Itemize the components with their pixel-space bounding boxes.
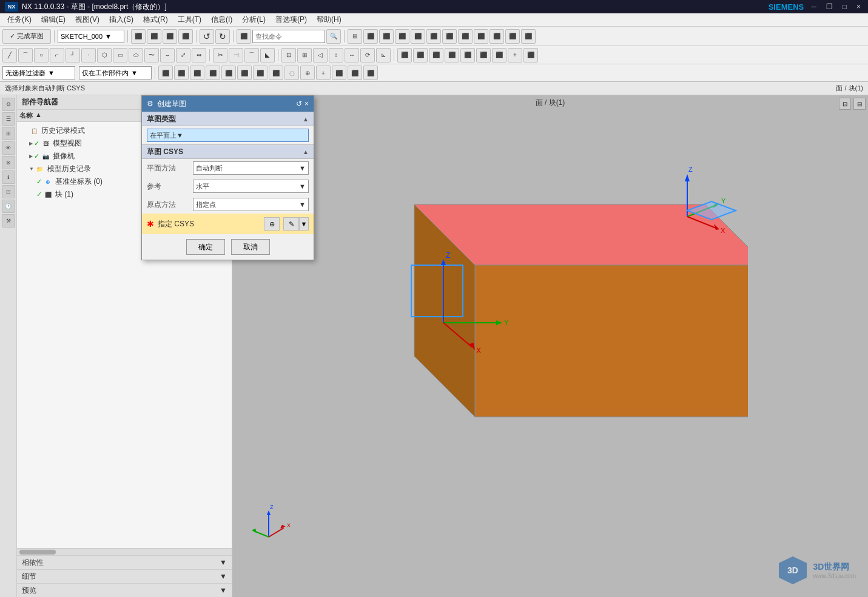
tb-icon13[interactable]: ⬛ (474, 29, 488, 44)
side-icon-view[interactable]: 👁 (2, 141, 15, 155)
tb-icon10[interactable]: ⬛ (426, 29, 441, 44)
trim-btn[interactable]: ✂ (213, 48, 227, 62)
side-icon-nav[interactable]: ☰ (2, 112, 15, 126)
scope-dropdown[interactable]: 仅在工作部件内 ▼ (79, 66, 152, 79)
finish-sketch-btn[interactable]: ✓ 完成草图 (2, 29, 51, 44)
dialog-refresh-btn[interactable]: ↺ (296, 100, 302, 108)
filter-btn6[interactable]: ⬛ (237, 66, 252, 80)
filter-btn9[interactable]: ◌ (284, 66, 299, 80)
side-icon-clock[interactable]: 🕐 (2, 200, 15, 213)
spline-btn[interactable]: 〜 (144, 48, 159, 62)
filter-dropdown[interactable]: 无选择过滤器 ▼ (2, 66, 75, 79)
display-btn[interactable]: ⬛ (429, 48, 443, 62)
menu-help[interactable]: 帮助(H) (312, 13, 346, 26)
constraint1[interactable]: ⊡ (281, 48, 296, 62)
line-btn[interactable]: ╱ (2, 48, 17, 62)
tb-icon8[interactable]: ⬛ (395, 29, 409, 44)
side-icon-user[interactable]: ⚒ (2, 214, 15, 228)
csys-icon-btn2[interactable]: ✎ (283, 217, 299, 231)
plane-dropdown[interactable]: 自动判断 ▼ (193, 161, 309, 175)
tb-icon4[interactable]: ⬛ (178, 29, 193, 44)
point-btn[interactable]: · (81, 48, 96, 62)
side-icon-constraint[interactable]: ⊗ (2, 156, 15, 169)
tb-undo[interactable]: ↺ (200, 29, 214, 44)
dimension4[interactable]: ⟳ (360, 48, 375, 62)
arc-btn[interactable]: ⌒ (18, 48, 33, 62)
tb-icon7[interactable]: ⬛ (379, 29, 394, 44)
dialog-close-btn[interactable]: × (304, 100, 309, 108)
search-input[interactable] (252, 30, 325, 43)
polygon-btn[interactable]: ⬡ (97, 48, 112, 62)
minimize-button[interactable]: ─ (809, 2, 819, 12)
restore-button[interactable]: ❐ (824, 2, 835, 12)
filter-btn7[interactable]: ⬛ (253, 66, 267, 80)
side-icon-history[interactable]: ⊡ (2, 185, 15, 198)
reference-dropdown[interactable]: 水平 ▼ (193, 180, 309, 193)
menu-insert[interactable]: 插入(S) (104, 13, 138, 26)
menu-analysis[interactable]: 分析(L) (237, 13, 271, 26)
tb-icon3[interactable]: ⬛ (163, 29, 177, 44)
filter-btn11[interactable]: + (316, 66, 331, 80)
dimension2[interactable]: ↕ (329, 48, 343, 62)
menu-tasks[interactable]: 任务(K) (2, 13, 36, 26)
mirror-btn[interactable]: ⇔ (192, 48, 206, 62)
nav-panel-dependence-header[interactable]: 相依性 ▼ (17, 556, 232, 569)
csys-icon-btn1[interactable]: ⊕ (264, 217, 280, 231)
viewport[interactable]: 面 / 块(1) ⊡ ⊟ Z Y X (232, 95, 868, 597)
side-icon-settings[interactable]: ⚙ (2, 98, 15, 111)
circle-btn[interactable]: ○ (34, 48, 49, 62)
dialog-ok-btn[interactable]: 确定 (186, 239, 225, 255)
menu-tools[interactable]: 工具(T) (173, 13, 206, 26)
dimension5[interactable]: ⊾ (376, 48, 391, 62)
filter-btn12[interactable]: ⬛ (332, 66, 346, 80)
corner-btn[interactable]: ⌐ (50, 48, 64, 62)
filter-btn5[interactable]: ⬛ (221, 66, 236, 80)
dialog-cancel-btn[interactable]: 取消 (231, 239, 270, 255)
filter-btn4[interactable]: ⬛ (206, 66, 220, 80)
tb-icon2[interactable]: ⬛ (147, 29, 161, 44)
tb-icon9[interactable]: ⬛ (411, 29, 425, 44)
close-button[interactable]: × (854, 2, 863, 12)
fillet-btn[interactable]: ⌒ (244, 48, 259, 62)
menu-view[interactable]: 视图(V) (70, 13, 104, 26)
constraint2[interactable]: ⊞ (297, 48, 312, 62)
menu-info[interactable]: 信息(I) (206, 13, 237, 26)
dimension3[interactable]: ↔ (345, 48, 359, 62)
extend-btn[interactable]: ⊣ (229, 48, 243, 62)
pattern-btn[interactable]: ⬛ (460, 48, 475, 62)
side-icon-info[interactable]: ℹ (2, 170, 15, 184)
auto-con[interactable]: ⬛ (413, 48, 428, 62)
auto-dim[interactable]: ⬛ (397, 48, 412, 62)
csys-arrow-btn[interactable]: ▼ (299, 217, 309, 231)
project-btn[interactable]: ⬛ (476, 48, 491, 62)
search-btn[interactable]: 🔍 (326, 29, 341, 44)
tb-grid[interactable]: ⊞ (348, 29, 362, 44)
filter-btn8[interactable]: ⬛ (269, 66, 283, 80)
menu-preferences[interactable]: 普选项(P) (271, 13, 312, 26)
chamfer-btn[interactable]: ◣ (260, 48, 275, 62)
tb-redo[interactable]: ↻ (215, 29, 230, 44)
menu-edit[interactable]: 编辑(E) (36, 13, 70, 26)
filter-btn13[interactable]: ⬛ (348, 66, 362, 80)
tb-icon11[interactable]: ⬛ (442, 29, 457, 44)
intersect-btn[interactable]: ⬛ (492, 48, 506, 62)
filter-btn1[interactable]: ⬛ (158, 66, 173, 80)
corner2-btn[interactable]: ┘ (66, 48, 80, 62)
sketch-dropdown[interactable]: SKETCH_000 ▼ (58, 30, 124, 43)
convert-btn[interactable]: ⬛ (445, 48, 459, 62)
tb-icon6[interactable]: ⬛ (363, 29, 378, 44)
nav-panel-details-header[interactable]: 细节 ▼ (17, 570, 232, 583)
tb-icon12[interactable]: ⬛ (458, 29, 473, 44)
filter-btn3[interactable]: ⬛ (190, 66, 204, 80)
conic-btn[interactable]: ⌣ (160, 48, 175, 62)
tb-icon1[interactable]: ⬛ (131, 29, 146, 44)
filter-btn10[interactable]: ⊕ (300, 66, 315, 80)
viewport-icon1[interactable]: ⊡ (839, 98, 851, 110)
filter-btn2[interactable]: ⬛ (174, 66, 189, 80)
tb-icon16[interactable]: ⬛ (521, 29, 536, 44)
sketch-type-dropdown[interactable]: 在平面上 ▼ (147, 129, 309, 142)
tb-icon15[interactable]: ⬛ (505, 29, 520, 44)
nav-scrollbar[interactable] (17, 548, 232, 555)
add-btn[interactable]: + (508, 48, 522, 62)
side-icon-assembly[interactable]: ⊞ (2, 127, 15, 140)
